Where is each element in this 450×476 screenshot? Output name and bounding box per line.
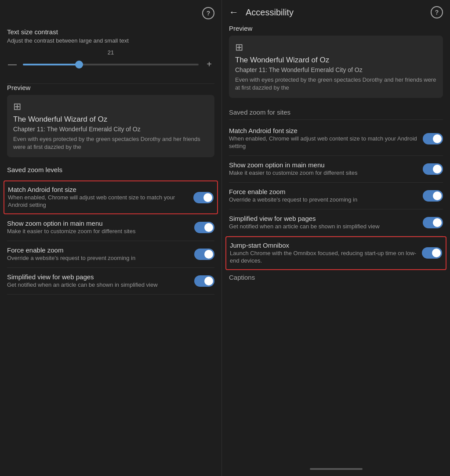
right-toggle-jump-start-omnibox[interactable] [422, 247, 442, 259]
right-setting-match-android: Match Android font size When enabled, Ch… [229, 122, 443, 156]
left-toggle-force-zoom-track [194, 249, 214, 260]
right-setting-show-zoom: Show zoom option in main menu Make it ea… [229, 156, 443, 183]
right-toggle-jump-start-omnibox-track [422, 247, 442, 259]
slider-track[interactable] [23, 64, 199, 65]
left-preview-text: Even with eyes protected by the green sp… [13, 135, 208, 151]
left-toggle-show-zoom-thumb [204, 223, 213, 232]
left-setting-show-zoom-row: Show zoom option in main menu Make it ea… [7, 220, 214, 235]
left-setting-force-zoom-row: Force enable zoom Override a website's r… [7, 246, 214, 262]
right-setting-simplified-view-text: Simplified view for web pages Get notifi… [229, 215, 423, 231]
left-setting-simplified-view: Simplified view for web pages Get notifi… [7, 268, 214, 295]
left-toggle-force-zoom-thumb [204, 250, 213, 259]
right-toggle-simplified-view-track [423, 217, 443, 228]
left-content: Text size contrast Adjust the contrast b… [0, 23, 221, 476]
left-setting-show-zoom: Show zoom option in main menu Make it ea… [7, 214, 214, 241]
right-toggle-force-zoom-thumb [433, 191, 442, 200]
left-toggle-show-zoom-track [194, 222, 214, 233]
left-setting-force-zoom-name: Force enable zoom [7, 246, 189, 254]
left-panel: ? Text size contrast Adjust the contrast… [0, 0, 221, 476]
right-setting-simplified-view-desc: Get notified when an article can be show… [229, 223, 417, 231]
left-setting-simplified-view-desc: Get notified when an article can be show… [7, 281, 189, 289]
right-setting-show-zoom-name: Show zoom option in main menu [229, 161, 417, 169]
saved-zoom-levels-title: Saved zoom levels [7, 166, 214, 173]
slider-thumb[interactable] [75, 61, 83, 69]
left-settings-list: Match Android font size When enabled, Ch… [7, 180, 214, 294]
left-toggle-match-android-track [193, 192, 214, 203]
text-size-contrast-section: Text size contrast Adjust the contrast b… [7, 23, 214, 84]
right-help-icon[interactable]: ? [431, 6, 443, 18]
left-setting-show-zoom-desc: Make it easier to customize zoom for dif… [7, 228, 189, 235]
right-header: ← Accessibility ? [222, 0, 450, 25]
left-preview-book-icon: ⊞ [13, 101, 208, 112]
right-setting-show-zoom-desc: Make it easier to customize zoom for dif… [229, 169, 417, 177]
right-toggle-match-android-thumb [433, 134, 442, 143]
left-preview-title: The Wonderful Wizard of Oz [13, 115, 208, 124]
right-preview-title: The Wonderful Wizard of Oz [235, 56, 437, 65]
left-toggle-match-android[interactable] [193, 192, 214, 203]
left-toggle-match-android-thumb [203, 193, 212, 202]
bottom-indicator [310, 468, 363, 470]
left-setting-match-android-name: Match Android font size [8, 186, 188, 193]
right-setting-match-android-row: Match Android font size When enabled, Ch… [229, 127, 443, 150]
right-setting-jump-start-omnibox-text: Jump-start Omnibox Launch Chrome with th… [230, 242, 422, 265]
left-preview-label: Preview [7, 84, 214, 91]
right-setting-jump-start-omnibox-name: Jump-start Omnibox [230, 242, 417, 249]
left-header: ? [0, 0, 221, 23]
slider-plus-button[interactable]: + [204, 59, 214, 69]
right-setting-simplified-view: Simplified view for web pages Get notifi… [229, 209, 443, 236]
captions-label: Captions [229, 270, 443, 281]
right-content: Preview ⊞ The Wonderful Wizard of Oz Cha… [222, 25, 450, 462]
text-size-contrast-title: Text size contrast [7, 28, 214, 36]
right-setting-jump-start-omnibox: Jump-start Omnibox Launch Chrome with th… [225, 236, 446, 270]
left-setting-force-zoom-text: Force enable zoom Override a website's r… [7, 246, 194, 262]
right-setting-force-zoom: Force enable zoom Override a website's r… [229, 183, 443, 209]
right-setting-force-zoom-desc: Override a website's request to prevent … [229, 196, 417, 204]
left-setting-match-android: Match Android font size When enabled, Ch… [4, 180, 218, 214]
right-setting-jump-start-omnibox-row: Jump-start Omnibox Launch Chrome with th… [230, 242, 442, 265]
right-preview-book-icon: ⊞ [235, 42, 437, 53]
slider-value: 21 [7, 49, 214, 56]
left-toggle-show-zoom[interactable] [194, 222, 214, 233]
right-preview-chapter: Chapter 11: The Wonderful Emerald City o… [235, 66, 437, 73]
left-setting-show-zoom-text: Show zoom option in main menu Make it ea… [7, 220, 194, 235]
divider-1 [229, 119, 443, 120]
right-toggle-match-android[interactable] [423, 133, 443, 144]
right-toggle-match-android-track [423, 133, 443, 144]
left-setting-show-zoom-name: Show zoom option in main menu [7, 220, 189, 227]
slider-container: 21 — + [7, 49, 214, 69]
left-setting-match-android-desc: When enabled, Chrome will adjust web con… [8, 194, 188, 209]
right-preview-card: ⊞ The Wonderful Wizard of Oz Chapter 11:… [229, 36, 443, 98]
right-toggle-show-zoom-track [423, 163, 443, 175]
right-toggle-simplified-view-thumb [433, 218, 442, 227]
right-toggle-force-zoom-track [423, 190, 443, 202]
right-toggle-simplified-view[interactable] [423, 217, 443, 228]
left-preview-section: Preview ⊞ The Wonderful Wizard of Oz Cha… [7, 84, 214, 157]
back-button[interactable]: ← [229, 7, 239, 18]
right-setting-force-zoom-name: Force enable zoom [229, 188, 417, 195]
right-toggle-force-zoom[interactable] [423, 190, 443, 202]
left-setting-simplified-view-name: Simplified view for web pages [7, 273, 189, 281]
right-setting-match-android-desc: When enabled, Chrome will adjust web con… [229, 135, 417, 150]
left-setting-match-android-row: Match Android font size When enabled, Ch… [8, 186, 214, 209]
right-panel: ← Accessibility ? Preview ⊞ The Wonderfu… [221, 0, 450, 476]
right-toggle-show-zoom[interactable] [423, 163, 443, 175]
right-title: Accessibility [246, 7, 424, 18]
right-setting-show-zoom-row: Show zoom option in main menu Make it ea… [229, 161, 443, 177]
slider-minus-button[interactable]: — [7, 59, 18, 69]
left-help-icon[interactable]: ? [202, 7, 214, 19]
left-toggle-force-zoom[interactable] [194, 249, 214, 260]
right-setting-match-android-text: Match Android font size When enabled, Ch… [229, 127, 423, 150]
right-toggle-show-zoom-thumb [433, 165, 442, 173]
left-setting-match-android-text: Match Android font size When enabled, Ch… [8, 186, 193, 209]
left-toggle-simplified-view[interactable] [194, 275, 214, 287]
slider-row: — + [7, 59, 214, 69]
left-toggle-simplified-view-thumb [204, 277, 213, 285]
right-preview-label: Preview [229, 25, 443, 32]
left-setting-force-zoom-desc: Override a website's request to prevent … [7, 255, 189, 262]
right-setting-match-android-name: Match Android font size [229, 127, 417, 134]
saved-zoom-sites-title: Saved zoom for sites [229, 107, 443, 116]
left-preview-chapter: Chapter 11: The Wonderful Emerald City o… [13, 126, 208, 133]
bottom-bar [222, 462, 450, 476]
right-setting-simplified-view-row: Simplified view for web pages Get notifi… [229, 215, 443, 231]
right-setting-jump-start-omnibox-desc: Launch Chrome with the Omnibox focused, … [230, 250, 417, 265]
